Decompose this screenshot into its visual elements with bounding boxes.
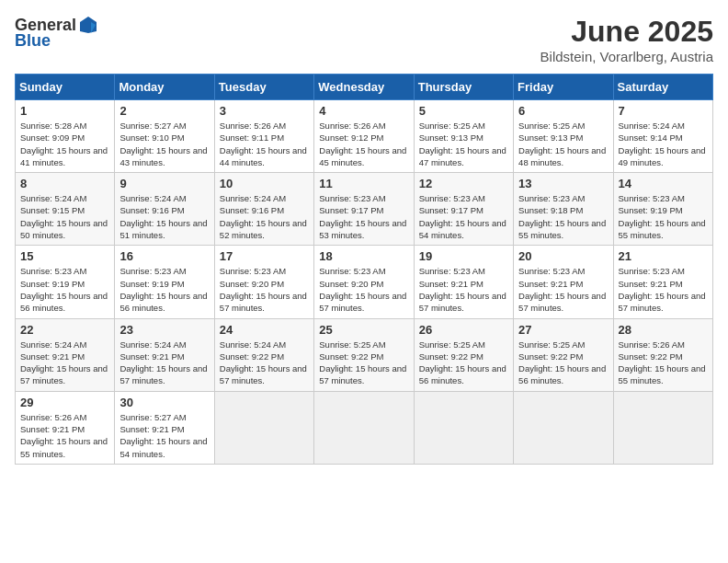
- day-number: 15: [20, 249, 109, 263]
- day-number: 22: [20, 323, 109, 337]
- day-number: 2: [119, 104, 209, 118]
- day-number: 21: [619, 249, 708, 263]
- calendar-cell: 24Sunrise: 5:24 AMSunset: 9:22 PMDayligh…: [214, 318, 313, 391]
- calendar-cell: 12Sunrise: 5:23 AMSunset: 9:17 PMDayligh…: [414, 173, 513, 246]
- day-number: 25: [319, 323, 408, 337]
- logo-blue-text: Blue: [15, 31, 51, 51]
- day-number: 3: [220, 104, 309, 118]
- day-number: 18: [319, 249, 408, 263]
- day-info: Sunrise: 5:23 AMSunset: 9:21 PMDaylight:…: [619, 265, 708, 314]
- day-number: 9: [119, 177, 209, 190]
- day-number: 28: [619, 323, 708, 337]
- calendar-cell: 26Sunrise: 5:25 AMSunset: 9:22 PMDayligh…: [414, 318, 513, 391]
- calendar-cell: 5Sunrise: 5:25 AMSunset: 9:13 PMDaylight…: [414, 100, 513, 173]
- day-number: 29: [20, 396, 109, 409]
- day-info: Sunrise: 5:24 AMSunset: 9:22 PMDaylight:…: [220, 339, 309, 387]
- day-number: 8: [20, 177, 109, 190]
- day-number: 14: [619, 177, 708, 190]
- calendar-week-row: 29Sunrise: 5:26 AMSunset: 9:21 PMDayligh…: [16, 391, 713, 464]
- day-info: Sunrise: 5:23 AMSunset: 9:20 PMDaylight:…: [220, 265, 309, 314]
- calendar-cell: 25Sunrise: 5:25 AMSunset: 9:22 PMDayligh…: [314, 318, 414, 391]
- day-info: Sunrise: 5:24 AMSunset: 9:16 PMDaylight:…: [119, 192, 209, 241]
- calendar-cell: 6Sunrise: 5:25 AMSunset: 9:13 PMDaylight…: [514, 100, 613, 173]
- day-number: 7: [619, 104, 708, 118]
- day-number: 23: [119, 323, 209, 337]
- day-info: Sunrise: 5:26 AMSunset: 9:12 PMDaylight:…: [319, 120, 408, 168]
- logo-icon: [78, 15, 98, 35]
- calendar-cell: 23Sunrise: 5:24 AMSunset: 9:21 PMDayligh…: [115, 318, 214, 391]
- calendar-cell: [613, 391, 712, 464]
- calendar-cell: 15Sunrise: 5:23 AMSunset: 9:19 PMDayligh…: [16, 246, 115, 318]
- day-info: Sunrise: 5:23 AMSunset: 9:19 PMDaylight:…: [119, 265, 209, 314]
- day-info: Sunrise: 5:23 AMSunset: 9:19 PMDaylight:…: [20, 265, 109, 314]
- day-info: Sunrise: 5:23 AMSunset: 9:18 PMDaylight:…: [518, 192, 608, 241]
- calendar-week-row: 8Sunrise: 5:24 AMSunset: 9:15 PMDaylight…: [16, 173, 713, 246]
- calendar-cell: 21Sunrise: 5:23 AMSunset: 9:21 PMDayligh…: [613, 246, 712, 318]
- title-area: June 2025 Bildstein, Vorarlberg, Austria: [540, 15, 713, 64]
- day-info: Sunrise: 5:23 AMSunset: 9:17 PMDaylight:…: [319, 192, 408, 241]
- day-info: Sunrise: 5:23 AMSunset: 9:19 PMDaylight:…: [619, 192, 708, 241]
- calendar-cell: 19Sunrise: 5:23 AMSunset: 9:21 PMDayligh…: [414, 246, 513, 318]
- calendar-week-row: 22Sunrise: 5:24 AMSunset: 9:21 PMDayligh…: [16, 318, 713, 391]
- calendar-cell: 13Sunrise: 5:23 AMSunset: 9:18 PMDayligh…: [514, 173, 613, 246]
- calendar-cell: 11Sunrise: 5:23 AMSunset: 9:17 PMDayligh…: [314, 173, 414, 246]
- location-title: Bildstein, Vorarlberg, Austria: [540, 49, 713, 64]
- page-header: General Blue June 2025 Bildstein, Vorarl…: [15, 15, 713, 64]
- day-number: 16: [119, 249, 209, 263]
- day-info: Sunrise: 5:24 AMSunset: 9:16 PMDaylight:…: [220, 192, 309, 241]
- header-saturday: Saturday: [613, 75, 712, 100]
- calendar-cell: 28Sunrise: 5:26 AMSunset: 9:22 PMDayligh…: [613, 318, 712, 391]
- day-number: 24: [220, 323, 309, 337]
- day-number: 19: [419, 249, 508, 263]
- calendar-cell: [514, 391, 613, 464]
- day-info: Sunrise: 5:25 AMSunset: 9:13 PMDaylight:…: [518, 120, 608, 168]
- calendar-cell: 7Sunrise: 5:24 AMSunset: 9:14 PMDaylight…: [613, 100, 712, 173]
- day-number: 5: [419, 104, 508, 118]
- logo: General Blue: [15, 15, 100, 51]
- calendar-week-row: 1Sunrise: 5:28 AMSunset: 9:09 PMDaylight…: [16, 100, 713, 173]
- day-info: Sunrise: 5:23 AMSunset: 9:21 PMDaylight:…: [419, 265, 508, 314]
- calendar-cell: 27Sunrise: 5:25 AMSunset: 9:22 PMDayligh…: [514, 318, 613, 391]
- header-tuesday: Tuesday: [214, 75, 313, 100]
- header-friday: Friday: [514, 75, 613, 100]
- day-number: 6: [518, 104, 608, 118]
- calendar-cell: 10Sunrise: 5:24 AMSunset: 9:16 PMDayligh…: [214, 173, 313, 246]
- calendar-cell: [214, 391, 313, 464]
- day-info: Sunrise: 5:25 AMSunset: 9:13 PMDaylight:…: [419, 120, 508, 168]
- calendar-cell: 4Sunrise: 5:26 AMSunset: 9:12 PMDaylight…: [314, 100, 414, 173]
- calendar-cell: 30Sunrise: 5:27 AMSunset: 9:21 PMDayligh…: [115, 391, 214, 464]
- day-number: 26: [419, 323, 508, 337]
- month-title: June 2025: [540, 15, 713, 49]
- day-number: 4: [319, 104, 408, 118]
- calendar-cell: 2Sunrise: 5:27 AMSunset: 9:10 PMDaylight…: [115, 100, 214, 173]
- day-info: Sunrise: 5:25 AMSunset: 9:22 PMDaylight:…: [518, 339, 608, 387]
- day-info: Sunrise: 5:27 AMSunset: 9:21 PMDaylight:…: [119, 411, 209, 460]
- calendar-cell: 14Sunrise: 5:23 AMSunset: 9:19 PMDayligh…: [613, 173, 712, 246]
- day-info: Sunrise: 5:27 AMSunset: 9:10 PMDaylight:…: [119, 120, 209, 168]
- calendar-cell: 17Sunrise: 5:23 AMSunset: 9:20 PMDayligh…: [214, 246, 313, 318]
- day-number: 13: [518, 177, 608, 190]
- day-info: Sunrise: 5:25 AMSunset: 9:22 PMDaylight:…: [419, 339, 508, 387]
- calendar-cell: [314, 391, 414, 464]
- day-info: Sunrise: 5:23 AMSunset: 9:21 PMDaylight:…: [518, 265, 608, 314]
- day-number: 11: [319, 177, 408, 190]
- calendar-cell: 20Sunrise: 5:23 AMSunset: 9:21 PMDayligh…: [514, 246, 613, 318]
- day-info: Sunrise: 5:26 AMSunset: 9:11 PMDaylight:…: [220, 120, 309, 168]
- day-info: Sunrise: 5:26 AMSunset: 9:22 PMDaylight:…: [619, 339, 708, 387]
- day-number: 12: [419, 177, 508, 190]
- day-info: Sunrise: 5:26 AMSunset: 9:21 PMDaylight:…: [20, 411, 109, 460]
- calendar-cell: 29Sunrise: 5:26 AMSunset: 9:21 PMDayligh…: [16, 391, 115, 464]
- calendar-cell: 18Sunrise: 5:23 AMSunset: 9:20 PMDayligh…: [314, 246, 414, 318]
- calendar-cell: 16Sunrise: 5:23 AMSunset: 9:19 PMDayligh…: [115, 246, 214, 318]
- day-number: 20: [518, 249, 608, 263]
- day-info: Sunrise: 5:23 AMSunset: 9:17 PMDaylight:…: [419, 192, 508, 241]
- day-info: Sunrise: 5:23 AMSunset: 9:20 PMDaylight:…: [319, 265, 408, 314]
- calendar-cell: [414, 391, 513, 464]
- weekday-header-row: Sunday Monday Tuesday Wednesday Thursday…: [16, 75, 713, 100]
- day-number: 27: [518, 323, 608, 337]
- calendar-table: Sunday Monday Tuesday Wednesday Thursday…: [15, 74, 713, 465]
- header-sunday: Sunday: [16, 75, 115, 100]
- day-info: Sunrise: 5:25 AMSunset: 9:22 PMDaylight:…: [319, 339, 408, 387]
- header-monday: Monday: [115, 75, 214, 100]
- day-number: 17: [220, 249, 309, 263]
